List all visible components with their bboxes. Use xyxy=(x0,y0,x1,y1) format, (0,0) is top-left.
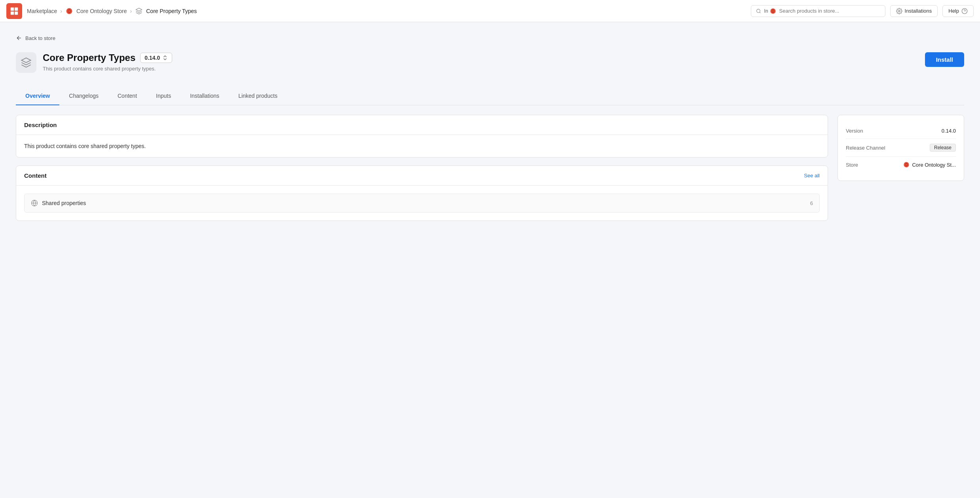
breadcrumb-current: Core Property Types xyxy=(146,8,197,14)
version-row: Version 0.14.0 xyxy=(846,123,956,139)
installations-button[interactable]: Installations xyxy=(890,5,938,17)
tab-installations[interactable]: Installations xyxy=(180,87,229,105)
search-scope: In xyxy=(764,8,776,14)
product-breadcrumb-icon xyxy=(135,7,143,15)
help-button[interactable]: Help xyxy=(942,5,974,17)
svg-point-6 xyxy=(68,10,70,12)
tab-linked-products[interactable]: Linked products xyxy=(229,87,287,105)
product-icon xyxy=(16,52,36,73)
navbar: Marketplace › Core Ontology Store › Core… xyxy=(0,0,980,22)
tab-changelogs[interactable]: Changelogs xyxy=(59,87,108,105)
shared-properties-icon xyxy=(31,200,38,207)
svg-rect-3 xyxy=(15,11,18,14)
version-value-sidebar: 0.14.0 xyxy=(942,128,956,134)
breadcrumb-sep-2: › xyxy=(130,8,132,14)
content-item-left: Shared properties xyxy=(31,200,86,207)
svg-line-8 xyxy=(760,12,760,13)
product-header-left: Core Property Types 0.14.0 This product … xyxy=(16,52,172,73)
content-main: Description This product contains core s… xyxy=(16,115,828,221)
svg-point-12 xyxy=(898,10,900,12)
svg-rect-2 xyxy=(11,11,14,14)
tab-inputs[interactable]: Inputs xyxy=(146,87,180,105)
product-header: Core Property Types 0.14.0 This product … xyxy=(16,52,964,73)
version-selector[interactable]: 0.14.0 xyxy=(140,53,172,63)
app-logo[interactable] xyxy=(6,3,22,19)
breadcrumb: Marketplace › Core Ontology Store › Core… xyxy=(27,7,746,15)
install-button[interactable]: Install xyxy=(925,52,964,67)
back-link[interactable]: Back to store xyxy=(16,35,964,41)
store-icon xyxy=(65,7,73,15)
product-title: Core Property Types 0.14.0 xyxy=(43,52,172,63)
main-content: Back to store Core Property Types 0.14.0… xyxy=(0,22,980,498)
svg-point-7 xyxy=(756,9,760,13)
version-value: 0.14.0 xyxy=(144,55,160,61)
content-item-name: Shared properties xyxy=(42,200,86,206)
store-value-icon xyxy=(903,162,910,168)
version-label: Version xyxy=(846,128,863,134)
store-value: Core Ontology St... xyxy=(903,162,956,168)
store-row: Store Core Ontology St... xyxy=(846,157,956,173)
release-channel-badge: Release xyxy=(930,144,956,152)
release-channel-row: Release Channel Release xyxy=(846,139,956,157)
svg-point-11 xyxy=(772,10,774,12)
installations-icon xyxy=(896,8,902,14)
description-card: Description This product contains core s… xyxy=(16,115,828,158)
search-bar[interactable]: In xyxy=(751,5,885,17)
description-text: This product contains core shared proper… xyxy=(24,143,820,149)
content-sidebar: Version 0.14.0 Release Channel Release S… xyxy=(838,115,964,221)
version-chevron-icon xyxy=(162,55,168,61)
tab-content[interactable]: Content xyxy=(108,87,146,105)
search-icon xyxy=(756,8,761,14)
search-input[interactable] xyxy=(779,8,880,14)
breadcrumb-store[interactable]: Core Ontology Store xyxy=(76,8,127,14)
content-card-body: Shared properties 6 xyxy=(16,186,828,220)
search-scope-icon xyxy=(770,8,776,14)
content-card-header: Content See all xyxy=(16,166,828,186)
content-item: Shared properties 6 xyxy=(24,194,820,213)
help-icon xyxy=(961,8,968,14)
release-channel-label: Release Channel xyxy=(846,145,885,151)
svg-rect-1 xyxy=(15,7,18,10)
store-name: Core Ontology St... xyxy=(912,162,956,168)
navbar-actions: Installations Help xyxy=(890,5,974,17)
svg-point-20 xyxy=(906,164,907,165)
tabs: Overview Changelogs Content Inputs Insta… xyxy=(16,87,964,105)
content-area: Description This product contains core s… xyxy=(16,105,964,221)
content-item-count: 6 xyxy=(810,200,813,206)
see-all-link[interactable]: See all xyxy=(804,173,820,179)
description-card-body: This product contains core shared proper… xyxy=(16,135,828,157)
breadcrumb-sep-1: › xyxy=(60,8,62,14)
svg-rect-0 xyxy=(11,7,14,10)
product-info: Core Property Types 0.14.0 This product … xyxy=(43,52,172,72)
sidebar-card: Version 0.14.0 Release Channel Release S… xyxy=(838,115,964,181)
content-card: Content See all Shared properties 6 xyxy=(16,165,828,221)
product-subtitle: This product contains core shared proper… xyxy=(43,66,172,72)
back-arrow-icon xyxy=(16,35,22,41)
description-card-header: Description xyxy=(16,115,828,135)
breadcrumb-marketplace[interactable]: Marketplace xyxy=(27,8,57,14)
store-label: Store xyxy=(846,162,858,168)
tab-overview[interactable]: Overview xyxy=(16,87,59,105)
